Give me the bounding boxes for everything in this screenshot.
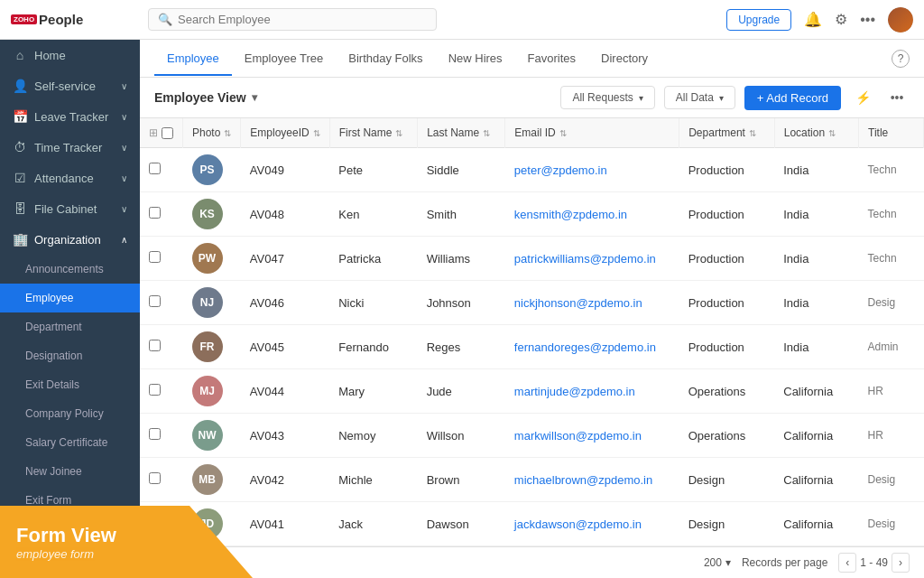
tab-favorites[interactable]: Favorites — [515, 42, 588, 76]
page-navigation: ‹ 1 - 49 › — [838, 553, 910, 573]
sidebar-item-leave-tracker[interactable]: 📅 Leave Tracker ∨ — [0, 101, 140, 132]
attendance-icon: ☑ — [13, 171, 27, 185]
employee-avatar: PW — [192, 243, 223, 274]
gear-icon[interactable]: ⚙ — [835, 11, 847, 28]
all-data-filter[interactable]: All Data ▾ — [664, 86, 735, 109]
row-employee-id: AV041 — [241, 502, 329, 546]
row-email[interactable]: peter@zpdemo.in — [505, 148, 679, 192]
prev-page-button[interactable]: ‹ — [838, 553, 856, 573]
table-row: PS AV049 Pete Siddle peter@zpdemo.in Pro… — [140, 148, 924, 192]
th-photo[interactable]: Photo⇅ — [183, 118, 241, 148]
sidebar-item-time-tracker[interactable]: ⏱ Time Tracker ∨ — [0, 132, 140, 163]
th-location[interactable]: Location⇅ — [774, 118, 858, 148]
row-email[interactable]: fernandoreges@zpdemo.in — [505, 325, 679, 369]
sidebar-item-designation[interactable]: Designation — [0, 341, 140, 370]
view-dropdown-arrow: ▾ — [252, 91, 257, 104]
sidebar-item-exit-details[interactable]: Exit Details — [0, 370, 140, 399]
row-checkbox[interactable] — [149, 472, 161, 484]
sidebar-item-employee[interactable]: Employee — [0, 284, 140, 312]
table-row: MB AV042 Michle Brown michaelbrown@zpdem… — [140, 458, 924, 502]
row-department: Production — [679, 325, 775, 369]
sidebar-item-file-cabinet[interactable]: 🗄 File Cabinet ∨ — [0, 193, 140, 224]
row-location: California — [774, 502, 858, 546]
filter-icon[interactable]: ⚡ — [850, 85, 875, 110]
tab-employee-tree[interactable]: Employee Tree — [232, 42, 336, 76]
sidebar-item-self-service[interactable]: 👤 Self-service ∨ — [0, 70, 140, 101]
row-title: Techn — [859, 192, 924, 237]
row-checkbox[interactable] — [149, 295, 161, 307]
all-requests-filter[interactable]: All Requests ▾ — [560, 86, 654, 109]
sort-icon: ⇅ — [224, 128, 231, 138]
row-checkbox[interactable] — [149, 340, 161, 351]
table-row: NW AV043 Nemoy Willson markwillson@zpdem… — [140, 414, 924, 458]
select-all-checkbox[interactable] — [162, 127, 173, 139]
tab-employee[interactable]: Employee — [154, 42, 232, 76]
row-email[interactable]: markwillson@zpdemo.in — [505, 414, 679, 458]
row-checkbox[interactable] — [149, 251, 161, 263]
row-checkbox[interactable] — [149, 384, 161, 396]
th-department[interactable]: Department⇅ — [679, 118, 775, 148]
table-row: JD AV041 Jack Dawson jackdawson@zpdemo.i… — [140, 502, 924, 546]
time-tracker-icon: ⏱ — [13, 140, 27, 154]
search-icon: 🔍 — [158, 13, 172, 26]
sidebar-item-announcements[interactable]: Announcements — [0, 255, 140, 284]
row-employee-id: AV045 — [241, 325, 329, 369]
more-options-icon[interactable]: ••• — [884, 85, 910, 110]
bell-icon[interactable]: 🔔 — [804, 11, 822, 28]
user-avatar[interactable] — [888, 7, 913, 33]
row-photo: MB — [183, 458, 241, 502]
row-checkbox[interactable] — [149, 207, 161, 219]
row-email[interactable]: jackdawson@zpdemo.in — [505, 502, 679, 546]
add-record-button[interactable]: + Add Record — [744, 86, 841, 110]
sort-icon: ⇅ — [483, 128, 490, 138]
th-emailid[interactable]: Email ID⇅ — [505, 118, 679, 148]
row-email[interactable]: patrickwilliams@zpdemo.in — [505, 237, 679, 281]
row-first-name: Nemoy — [329, 414, 417, 458]
row-email[interactable]: kensmith@zpdemo.in — [505, 192, 679, 237]
upgrade-button[interactable]: Upgrade — [726, 9, 791, 31]
row-last-name: Dawson — [418, 502, 505, 546]
sidebar-label: Home — [34, 49, 127, 62]
chevron-down-icon: ▾ — [639, 93, 643, 103]
table-footer: 200 ▾ Records per page ‹ 1 - 49 › — [140, 546, 924, 578]
per-page-selector[interactable]: 200 ▾ — [704, 556, 731, 569]
tab-new-hires[interactable]: New Hires — [436, 42, 515, 76]
next-page-button[interactable]: › — [892, 553, 910, 573]
table-row: NJ AV046 Nicki Johnson nickjhonson@zpdem… — [140, 281, 924, 325]
th-employeeid[interactable]: EmployeeID⇅ — [241, 118, 329, 148]
row-email[interactable]: nickjhonson@zpdemo.in — [505, 281, 679, 325]
sidebar-item-home[interactable]: ⌂ Home — [0, 40, 140, 70]
th-firstname[interactable]: First Name⇅ — [329, 118, 417, 148]
row-email[interactable]: martinjude@zpdemo.in — [505, 369, 679, 414]
sidebar-item-new-joinee[interactable]: New Joinee — [0, 457, 140, 486]
tab-directory[interactable]: Directory — [588, 42, 661, 76]
th-lastname[interactable]: Last Name⇅ — [418, 118, 505, 148]
search-input[interactable] — [178, 13, 427, 26]
row-email[interactable]: michaelbrown@zpdemo.in — [505, 458, 679, 502]
app-logo: ZOHO People — [11, 12, 137, 27]
row-checkbox-cell — [140, 325, 183, 369]
row-checkbox[interactable] — [149, 428, 161, 440]
chevron-down-icon: ▾ — [719, 93, 724, 103]
content-area: Employee Employee Tree Birthday Folks Ne… — [140, 40, 924, 578]
sidebar-item-attendance[interactable]: ☑ Attendance ∨ — [0, 163, 140, 193]
row-first-name: Mary — [329, 369, 417, 414]
row-photo: MJ — [183, 369, 241, 414]
th-title[interactable]: Title — [859, 118, 924, 148]
row-checkbox-cell — [140, 192, 183, 237]
app-name-label: People — [39, 12, 83, 27]
sidebar-item-department[interactable]: Department — [0, 312, 140, 341]
sidebar-item-organization[interactable]: 🏢 Organization ∧ — [0, 224, 140, 255]
more-icon[interactable]: ••• — [860, 12, 875, 28]
row-last-name: Jude — [418, 369, 505, 414]
row-department: Production — [679, 281, 775, 325]
view-selector[interactable]: Employee View ▾ — [154, 90, 257, 105]
chevron-down-icon: ∨ — [121, 173, 127, 183]
tab-birthday-folks[interactable]: Birthday Folks — [336, 42, 435, 76]
row-checkbox[interactable] — [149, 163, 161, 174]
sidebar-item-salary-certificate[interactable]: Salary Certificate — [0, 428, 140, 457]
search-bar[interactable]: 🔍 — [148, 8, 437, 31]
sidebar-item-company-policy[interactable]: Company Policy — [0, 399, 140, 428]
help-icon[interactable]: ? — [892, 50, 910, 68]
row-location: India — [774, 281, 858, 325]
